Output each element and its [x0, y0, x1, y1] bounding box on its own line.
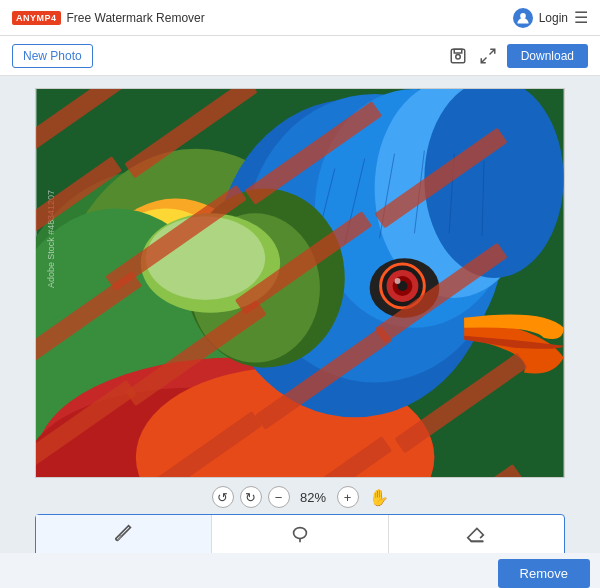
rotate-left-button[interactable]: ↺ [212, 486, 234, 508]
eraser-icon [465, 523, 487, 550]
bottom-bar: Remove [0, 553, 600, 588]
brush-icon [113, 523, 135, 550]
main-content: Adobe Stock #48341207 ↺ ↻ − 82% + ✋ Brus… [0, 76, 600, 553]
zoom-controls: ↺ ↻ − 82% + ✋ [212, 486, 389, 508]
user-avatar-icon[interactable] [513, 8, 533, 28]
svg-point-2 [455, 54, 460, 59]
svg-rect-1 [451, 49, 465, 63]
app-title: Free Watermark Remover [67, 11, 205, 25]
toolbar-right: Download [447, 44, 588, 68]
pan-tool-button[interactable]: ✋ [369, 488, 389, 507]
svg-point-25 [395, 278, 401, 284]
tool-brush[interactable]: Brush [36, 515, 212, 553]
header-right: Login ☰ [513, 8, 588, 28]
svg-point-36 [146, 216, 265, 300]
zoom-out-button[interactable]: − [268, 486, 290, 508]
resize-icon[interactable] [477, 45, 499, 67]
save-icon[interactable] [447, 45, 469, 67]
menu-icon[interactable]: ☰ [574, 8, 588, 27]
remove-button[interactable]: Remove [498, 559, 590, 588]
tool-panel: BrushLassoEraser [35, 514, 565, 553]
image-canvas[interactable]: Adobe Stock #48341207 [35, 88, 565, 478]
header-left: ANYMP4 Free Watermark Remover [12, 11, 205, 25]
zoom-value: 82% [296, 490, 331, 505]
header: ANYMP4 Free Watermark Remover Login ☰ [0, 0, 600, 36]
toolbar: New Photo Download [0, 36, 600, 76]
svg-point-38 [294, 527, 307, 538]
svg-point-0 [520, 13, 526, 19]
new-photo-button[interactable]: New Photo [12, 44, 93, 68]
logo-icon: ANYMP4 [12, 11, 61, 25]
rotate-right-button[interactable]: ↻ [240, 486, 262, 508]
svg-line-5 [481, 57, 486, 62]
tool-eraser[interactable]: Eraser [389, 515, 564, 553]
svg-line-4 [489, 49, 494, 54]
parrot-image: Adobe Stock #48341207 [36, 89, 564, 477]
login-button[interactable]: Login [539, 11, 568, 25]
download-button[interactable]: Download [507, 44, 588, 68]
svg-rect-3 [454, 49, 462, 53]
svg-text:Adobe Stock #48341207: Adobe Stock #48341207 [46, 190, 56, 288]
lasso-icon [289, 523, 311, 550]
tool-lasso[interactable]: Lasso [212, 515, 388, 553]
zoom-in-button[interactable]: + [337, 486, 359, 508]
